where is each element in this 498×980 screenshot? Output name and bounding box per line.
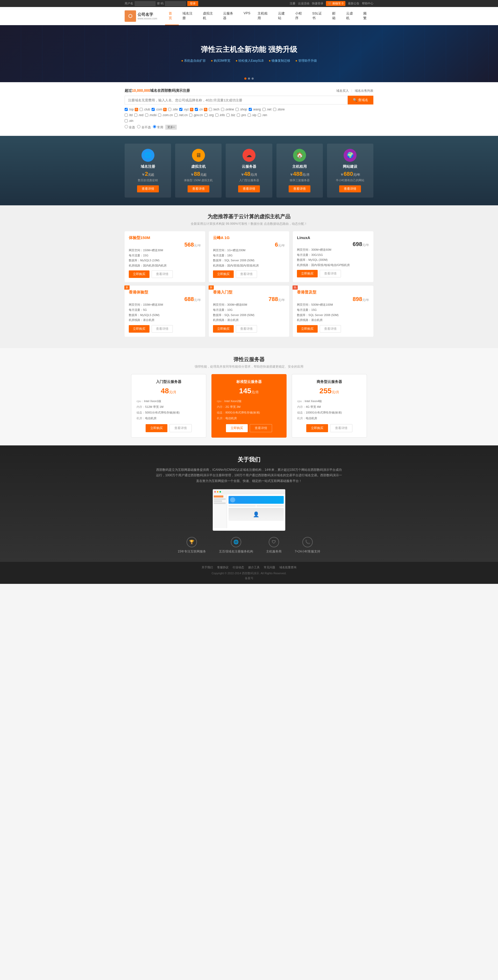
cloud-starter-view-btn[interactable]: 查看详情 [170, 424, 192, 432]
footer: 关于我们 客服协议 行业动态 媒介工具 常见问题 域名批量查询 Copyrigh… [0, 562, 498, 584]
tag-red[interactable]: .red [134, 113, 144, 117]
tag-org[interactable]: .org [205, 113, 214, 117]
vhost-card2-spec: 网页空间：1G+赠送200M 每月流量：18G 数据库：SQL Server 2… [213, 248, 285, 268]
about-feature-1-label: 15年专注互联网服务 [178, 549, 206, 554]
login-button[interactable]: 登录 [187, 1, 198, 6]
option-common[interactable]: 常用 [153, 125, 163, 130]
tag-vip[interactable]: .vip [248, 113, 257, 117]
tag-netcn[interactable]: .net.cn [174, 113, 187, 117]
tag-shop[interactable]: .shop [236, 108, 247, 111]
tag-tech[interactable]: .tech [209, 108, 219, 111]
footer-copyright: Copyright © 2022-2014 西部数码演示. All Rights… [0, 571, 498, 575]
domain-search-input[interactable] [125, 95, 348, 105]
nav-ssl[interactable]: SSL证书 [309, 7, 328, 25]
footer-link-service[interactable]: 客服协议 [217, 565, 228, 570]
vhost-card3-view-btn[interactable]: 查看详情 [320, 270, 341, 277]
hk-popular-spec: 网页空间：500M+赠送100M 每月流量：15G 数据库：SQL Server… [297, 302, 369, 322]
domain-detail-btn[interactable]: 查看详情 [137, 185, 159, 192]
nav-hostrent[interactable]: 主机租用 [254, 7, 274, 25]
activity-link[interactable]: 云业活动 [298, 2, 309, 5]
tag-cn[interactable]: .cn [195, 108, 207, 111]
quick-login-link[interactable]: 快捷登录 [312, 2, 324, 5]
tag-govcn[interactable]: .gov.cn [189, 113, 203, 117]
nav-domain[interactable]: 域名注册 [179, 7, 199, 25]
cloud-business-view-btn[interactable]: 查看详情 [330, 424, 352, 432]
hk-entry-buy-btn[interactable]: 立即购买 [213, 325, 234, 332]
username-input[interactable] [135, 1, 155, 6]
tag-online[interactable]: .online [221, 108, 234, 111]
vhost-card-yf1g: 云峰A 1G 6元/年 网页空间：1G+赠送200M 每月流量：18G 数据库：… [209, 231, 289, 282]
option-all[interactable]: 全选 [125, 125, 135, 130]
vhost-detail-btn[interactable]: 查看详情 [187, 185, 209, 192]
about-description: 西部数码是立为互联网基础服务提供商，ICANNn与CNNIC认证域名注册机构，1… [156, 467, 342, 484]
nav-cloud[interactable]: 云服务器 [219, 7, 240, 25]
tag-ren[interactable]: .ren [258, 113, 267, 117]
tag-mobi[interactable]: .mobi [145, 113, 157, 117]
hk-popular-buy-btn[interactable]: 立即购买 [297, 325, 318, 332]
logo[interactable]: ⬡ 公司名字 www.xxxxxx.com [125, 8, 157, 24]
footer-link-tools[interactable]: 媒介工具 [248, 565, 260, 570]
cloud-card-icon: ☁ [243, 149, 255, 162]
nav-mail[interactable]: 邮箱 [328, 7, 342, 25]
domain-options: 全选 全不选 常用 更多+ [125, 125, 373, 130]
site-detail-btn[interactable]: 查看详情 [339, 185, 361, 192]
vhost-card-price: ￥88元起 [179, 170, 217, 177]
hk-exp-view-btn[interactable]: 查看详情 [152, 325, 173, 332]
register-link[interactable]: 注册 [290, 2, 295, 5]
host-detail-btn[interactable]: 查看详情 [289, 185, 311, 192]
nav-vhost[interactable]: 虚拟主机 [199, 7, 220, 25]
tag-club[interactable]: .club [140, 108, 150, 111]
footer-link-batch[interactable]: 域名批量查询 [279, 565, 297, 570]
tag-top[interactable]: .top [125, 108, 138, 111]
cloud-standard-buy-btn[interactable]: 立即购买 [226, 424, 248, 432]
tag-comcn[interactable]: .com.cn [158, 113, 173, 117]
tag-biz[interactable]: .biz [227, 113, 235, 117]
vhost-card1-buy-btn[interactable]: 立即购买 [129, 270, 149, 278]
cloud-business-buy-btn[interactable]: 立即购买 [306, 424, 328, 432]
vhost-card2-buy-btn[interactable]: 立即购买 [213, 270, 234, 278]
tag-pro[interactable]: .pro [237, 113, 246, 117]
nav-freq[interactable]: 频繁 [360, 7, 373, 25]
cloud-standard-view-btn[interactable]: 查看详情 [250, 424, 272, 432]
tag-store[interactable]: .store [273, 108, 285, 111]
nav-miniapp[interactable]: 小程序 [292, 7, 309, 25]
tag-site[interactable]: .site [168, 108, 178, 111]
vhost-card3-buy-btn[interactable]: 立即购买 [297, 270, 318, 277]
nav-cloudvm[interactable]: 云虚机 [343, 7, 360, 25]
tag-info[interactable]: .info [215, 113, 225, 117]
tag-ltd[interactable]: .ltd [125, 113, 133, 117]
tag-net[interactable]: .net [262, 108, 271, 111]
footer-link-about[interactable]: 关于我们 [201, 565, 213, 570]
nav-sitebuilder[interactable]: 云建站 [274, 7, 292, 25]
vhost-card1-view-btn[interactable]: 查看详情 [152, 270, 173, 278]
more-btn[interactable]: 更多+ [165, 125, 177, 130]
domain-buy-link[interactable]: 域名买入 [336, 89, 349, 93]
tag-xin[interactable]: .xin [125, 119, 133, 123]
hk-popular-view-btn[interactable]: 查看详情 [320, 325, 341, 332]
help-link[interactable]: 帮助中心 [362, 2, 373, 5]
nav-home[interactable]: 首页 [165, 7, 179, 25]
hk-exp-buy-btn[interactable]: 立即购买 [129, 325, 149, 332]
hk-entry-view-btn[interactable]: 查看详情 [236, 325, 257, 332]
password-input[interactable] [165, 1, 186, 6]
tag-com[interactable]: .com [152, 108, 167, 111]
hero-dot-2[interactable] [248, 78, 250, 80]
hero-dot-1[interactable] [244, 78, 246, 80]
site-card-desc: 半小时拥有自己的网站 [331, 178, 369, 182]
cloud-starter-buy-btn[interactable]: 立即购买 [146, 424, 167, 432]
notice-link[interactable]: 最新公告 [348, 2, 359, 5]
nav-vps[interactable]: VPS [240, 7, 254, 25]
cart-btn[interactable]: 🛒 购物车 0 [326, 1, 346, 6]
tag-xyz[interactable]: .xyz [179, 108, 193, 111]
cloud-section: 弹性云服务器 强悍性能，处理高并发同等性能倍分需求，帮助您快速搭建更稳定、安全的… [0, 348, 498, 445]
option-none[interactable]: 全不选 [137, 125, 151, 130]
cloud-section-subtitle: 强悍性能，处理高并发同等性能倍分需求，帮助您快速搭建更稳定、安全的应用 [125, 364, 373, 369]
domain-sell-link[interactable]: 域名出售列表 [355, 89, 373, 93]
domain-search-button[interactable]: 🔍 查域名 [348, 95, 373, 105]
footer-link-faq[interactable]: 常见问题 [264, 565, 275, 570]
cloud-detail-btn[interactable]: 查看详情 [238, 185, 260, 192]
tag-wang[interactable]: .wang [249, 108, 261, 111]
vhost-card2-view-btn[interactable]: 查看详情 [236, 270, 257, 278]
footer-link-news[interactable]: 行业动态 [233, 565, 244, 570]
hero-dot-3[interactable] [252, 78, 254, 80]
